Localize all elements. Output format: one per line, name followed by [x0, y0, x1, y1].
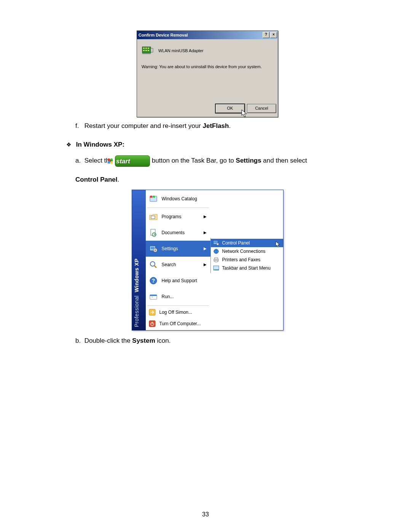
programs-icon: [149, 212, 158, 221]
svg-point-16: [155, 249, 156, 251]
help-button[interactable]: ?: [263, 32, 269, 38]
svg-rect-8: [151, 48, 153, 52]
menu-item-search[interactable]: Search ▶: [146, 257, 210, 273]
submenu-item-printers[interactable]: Printers and Faxes: [211, 256, 283, 264]
dialog-screenshot: Confirm Device Removal ? ×: [61, 30, 354, 117]
text: Restart your computer and re-insert your: [84, 122, 203, 129]
catalog-icon: [149, 194, 158, 203]
svg-point-29: [217, 243, 219, 245]
search-icon: [149, 260, 158, 269]
start-button[interactable]: start: [115, 155, 150, 167]
svg-rect-1: [143, 48, 145, 49]
svg-rect-6: [148, 50, 149, 51]
text: .: [229, 122, 231, 129]
text: .: [118, 176, 119, 183]
menu-item-run[interactable]: Run...: [146, 289, 210, 305]
cancel-button[interactable]: Cancel: [247, 104, 276, 113]
help-icon: ?: [149, 276, 158, 285]
close-button[interactable]: ×: [270, 32, 277, 38]
device-icon: [142, 45, 154, 57]
run-icon: [149, 292, 158, 301]
menu-item-logoff[interactable]: Log Off Simon...: [146, 307, 210, 318]
menu-label: Settings: [162, 246, 200, 251]
svg-rect-38: [214, 270, 215, 270]
bold-text: Settings: [236, 157, 261, 164]
printer-icon: [213, 257, 219, 263]
arrow-right-icon: ▶: [204, 214, 207, 219]
ok-button[interactable]: OK: [215, 104, 245, 113]
bold-text: JetFlash: [202, 122, 229, 129]
step-b: b. Double-click the System icon.: [75, 336, 354, 346]
section-title: In Windows XP:: [76, 141, 124, 148]
svg-rect-5: [145, 50, 147, 51]
control-panel-icon: [213, 240, 219, 246]
arrow-right-icon: ▶: [204, 246, 207, 251]
svg-rect-10: [151, 216, 155, 219]
list-marker: f.: [75, 122, 79, 129]
menu-item-windows-catalog[interactable]: Windows Catalog: [146, 191, 210, 207]
menu-label: Search: [162, 262, 200, 267]
logoff-icon: [149, 309, 156, 316]
dialog-warning-text: Warning: You are about to uninstall this…: [142, 64, 273, 69]
shutdown-icon: [149, 320, 156, 327]
windows-logo-icon: [117, 158, 124, 165]
menu-item-settings[interactable]: Settings ▶: [146, 241, 210, 257]
arrow-right-icon: ▶: [204, 230, 207, 235]
svg-rect-28: [214, 241, 217, 243]
sidebar-text-pro: Professional: [134, 295, 140, 327]
bold-text: Control Panel: [75, 176, 118, 183]
documents-icon: [149, 228, 158, 237]
svg-rect-2: [145, 48, 147, 49]
step-f: f. Restart your computer and re-insert y…: [75, 121, 354, 131]
submenu-label: Control Panel: [222, 240, 250, 246]
menu-item-programs[interactable]: Programs ▶: [146, 209, 210, 225]
arrow-right-icon: ▶: [204, 262, 207, 267]
text: icon.: [155, 337, 171, 344]
start-menu-main: Windows Catalog Programs ▶ Documents ▶: [146, 190, 210, 330]
confirm-device-removal-dialog: Confirm Device Removal ? ×: [137, 30, 278, 117]
separator: [147, 305, 209, 306]
step-a-line2: Control Panel.: [75, 176, 354, 184]
start-menu-sidebar: Professional Windows XP: [132, 190, 146, 330]
step-a: a. Select the start button on the Task B…: [75, 155, 354, 167]
svg-line-18: [154, 265, 156, 268]
menu-item-documents[interactable]: Documents ▶: [146, 225, 210, 241]
submenu-label: Printers and Faxes: [222, 257, 261, 262]
submenu-label: Taskbar and Start Menu: [222, 265, 271, 271]
svg-rect-7: [142, 53, 151, 54]
menu-label: Turn Off Computer...: [159, 321, 207, 326]
svg-rect-36: [213, 266, 219, 270]
cursor-icon: [241, 109, 248, 118]
svg-rect-3: [148, 48, 149, 49]
svg-rect-34: [215, 257, 218, 259]
text: and then select: [261, 157, 307, 164]
menu-label: Documents: [162, 230, 200, 235]
list-marker: a.: [75, 157, 81, 164]
svg-rect-35: [215, 260, 217, 262]
submenu-label: Network Connections: [222, 249, 266, 254]
separator: [147, 208, 209, 208]
dialog-titlebar: Confirm Device Removal ? ×: [137, 31, 278, 39]
sidebar-text-winxp: Windows XP: [134, 258, 140, 292]
bullet-icon: ❖: [66, 141, 71, 148]
menu-item-turnoff[interactable]: Turn Off Computer...: [146, 318, 210, 329]
submenu-item-taskbar[interactable]: Taskbar and Start Menu: [211, 264, 283, 272]
menu-label: Programs: [162, 214, 200, 219]
menu-label: Help and Support: [162, 278, 207, 283]
svg-text:?: ?: [151, 278, 155, 284]
submenu-item-network[interactable]: Network Connections: [211, 247, 283, 256]
start-menu-screenshot: Professional Windows XP Windows Catalog …: [61, 190, 354, 331]
menu-item-help[interactable]: ? Help and Support: [146, 273, 210, 289]
menu-label: Log Off Simon...: [159, 310, 207, 315]
section-heading: ❖ In Windows XP:: [66, 141, 354, 149]
taskbar-icon: [213, 265, 219, 271]
submenu-item-control-panel[interactable]: Control Panel: [211, 239, 283, 247]
text: button on the Task Bar, go to: [152, 157, 236, 164]
device-name: WLAN miniUSB Adapter: [158, 48, 204, 53]
list-marker: b.: [75, 337, 81, 344]
menu-label: Run...: [162, 294, 207, 299]
settings-icon: [149, 244, 158, 253]
menu-label: Windows Catalog: [162, 196, 207, 201]
network-icon: [213, 248, 219, 254]
svg-rect-22: [150, 295, 157, 296]
